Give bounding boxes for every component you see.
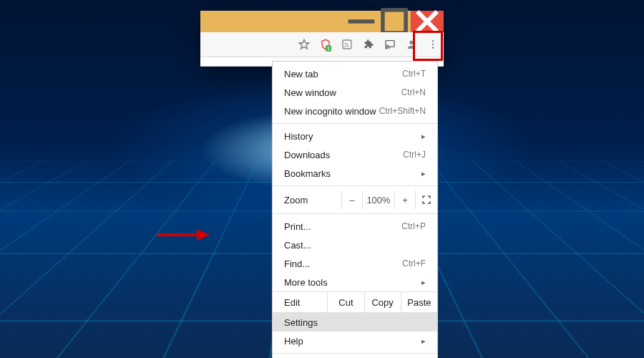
highlight-box-menu-button <box>413 31 443 61</box>
browser-window: 1 New tabCtrl+T New windowCtrl+N New inc… <box>200 11 444 67</box>
zoom-in-button[interactable]: + <box>394 190 415 209</box>
menu-shortcut: Ctrl+T <box>402 69 426 79</box>
menu-help[interactable]: Help▸ <box>273 332 437 350</box>
browser-toolbar: 1 <box>200 32 444 57</box>
menu-label: Downloads <box>284 150 330 160</box>
rss-icon[interactable] <box>341 38 353 51</box>
menu-label: Find... <box>284 258 310 269</box>
menu-label: New tab <box>284 69 318 79</box>
menu-new-window[interactable]: New windowCtrl+N <box>273 83 437 102</box>
menu-downloads[interactable]: DownloadsCtrl+J <box>273 145 437 164</box>
edit-cut-button[interactable]: Cut <box>327 292 364 312</box>
menu-label: New window <box>284 87 336 98</box>
submenu-arrow-icon: ▸ <box>421 169 426 178</box>
edit-copy-button[interactable]: Copy <box>364 292 401 312</box>
zoom-out-button[interactable]: – <box>341 190 362 209</box>
menu-label: Bookmarks <box>284 168 331 179</box>
brave-shield-icon[interactable]: 1 <box>319 38 332 51</box>
menu-separator <box>273 213 437 214</box>
annotation-arrow-icon <box>154 227 211 245</box>
edit-label: Edit <box>273 292 327 312</box>
svg-point-6 <box>344 46 346 47</box>
menu-more-tools[interactable]: More tools▸ <box>273 273 437 291</box>
menu-shortcut: Ctrl+F <box>402 258 426 268</box>
submenu-arrow-icon: ▸ <box>421 278 426 287</box>
menu-history[interactable]: History▸ <box>273 127 437 145</box>
svg-point-8 <box>386 48 386 49</box>
svg-marker-14 <box>197 229 210 241</box>
menu-edit-row: Edit Cut Copy Paste <box>273 291 437 313</box>
menu-new-tab[interactable]: New tabCtrl+T <box>273 64 437 83</box>
menu-shortcut: Ctrl+P <box>401 221 426 231</box>
menu-label: More tools <box>284 277 328 288</box>
menu-label: Help <box>284 336 303 347</box>
svg-rect-7 <box>386 41 394 47</box>
chrome-main-menu: New tabCtrl+T New windowCtrl+N New incog… <box>272 61 438 358</box>
menu-label: History <box>284 131 313 142</box>
minimize-button[interactable] <box>345 11 378 32</box>
menu-bookmarks[interactable]: Bookmarks▸ <box>273 164 437 183</box>
menu-shortcut: Ctrl+J <box>403 150 426 160</box>
extensions-puzzle-icon[interactable] <box>362 38 375 51</box>
menu-label: Settings <box>284 317 318 328</box>
menu-cast[interactable]: Cast... <box>273 236 437 254</box>
maximize-button[interactable] <box>378 11 411 32</box>
menu-label: New incognito window <box>284 106 376 117</box>
menu-shortcut: Ctrl+N <box>401 87 426 97</box>
menu-label: Cast... <box>284 240 311 251</box>
menu-settings[interactable]: Settings <box>273 313 437 332</box>
window-titlebar <box>200 11 444 32</box>
close-button[interactable] <box>411 11 444 32</box>
menu-separator <box>273 185 437 186</box>
fullscreen-button[interactable] <box>415 190 437 209</box>
menu-label: Zoom <box>273 195 319 205</box>
menu-zoom-row: Zoom – 100% + <box>273 189 437 211</box>
menu-separator <box>273 353 437 354</box>
bookmark-star-icon[interactable] <box>298 38 311 51</box>
menu-find[interactable]: Find...Ctrl+F <box>273 254 437 273</box>
menu-new-incognito[interactable]: New incognito windowCtrl+Shift+N <box>273 102 437 120</box>
svg-marker-4 <box>299 39 308 49</box>
menu-shortcut: Ctrl+Shift+N <box>379 106 426 116</box>
menu-label: Print... <box>284 221 311 232</box>
zoom-value: 100% <box>362 190 394 209</box>
menu-separator <box>273 123 437 124</box>
menu-print[interactable]: Print...Ctrl+P <box>273 217 437 236</box>
cast-icon[interactable] <box>384 38 396 51</box>
svg-rect-1 <box>383 10 406 33</box>
submenu-arrow-icon: ▸ <box>421 337 426 346</box>
edit-paste-button[interactable]: Paste <box>401 292 437 312</box>
submenu-arrow-icon: ▸ <box>421 132 426 141</box>
